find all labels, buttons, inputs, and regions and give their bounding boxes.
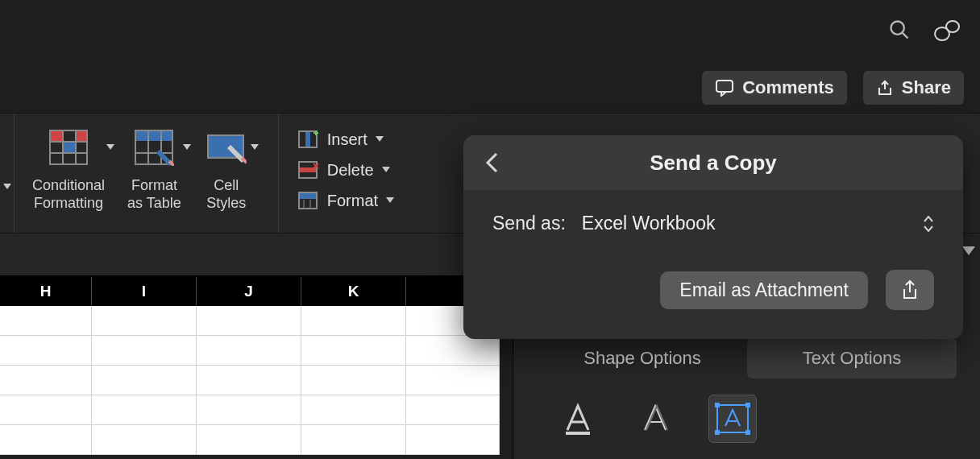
popover-header: Send a Copy: [463, 135, 963, 190]
textbox-icon[interactable]: [708, 395, 757, 443]
svg-rect-20: [305, 132, 310, 147]
delete-label: Delete: [327, 161, 374, 180]
cell-styles-button[interactable]: Cell Styles: [204, 125, 249, 233]
titlebar: [0, 0, 980, 61]
delete-icon: [297, 159, 319, 181]
table-row[interactable]: [0, 395, 500, 425]
format-as-table-dropdown[interactable]: [181, 125, 193, 170]
comments-button[interactable]: Comments: [702, 71, 847, 105]
table-row[interactable]: [0, 306, 500, 336]
share-label: Share: [902, 77, 951, 98]
table-row[interactable]: [0, 425, 500, 455]
format-button[interactable]: Format: [297, 189, 394, 212]
send-as-value: Excel Workbook: [582, 213, 716, 234]
column-header[interactable]: I: [92, 277, 197, 306]
svg-rect-30: [745, 403, 750, 407]
ribbon-group-cells: Insert Delete Format: [279, 114, 412, 233]
column-header-row: H I J K: [0, 277, 500, 306]
svg-rect-14: [136, 131, 172, 141]
svg-line-1: [903, 33, 907, 38]
svg-rect-4: [716, 81, 733, 92]
ribbon-edge-dropdown[interactable]: [0, 114, 15, 233]
chevron-down-icon: [386, 197, 394, 204]
svg-point-3: [946, 21, 959, 32]
conditional-formatting-label: Conditional Formatting: [32, 176, 105, 212]
action-bar: Comments Share: [702, 71, 964, 105]
email-attachment-button[interactable]: Email as Attachment: [660, 271, 868, 309]
svg-rect-12: [77, 131, 86, 141]
delete-button[interactable]: Delete: [297, 159, 394, 181]
search-icon[interactable]: [888, 19, 911, 41]
format-icon: [297, 189, 319, 212]
spreadsheet-area: H I J K: [0, 234, 500, 459]
format-label: Format: [327, 192, 378, 210]
send-copy-popover: Send a Copy Send as: Excel Workbook Emai…: [463, 135, 963, 339]
svg-rect-32: [745, 430, 750, 435]
svg-rect-11: [64, 143, 75, 152]
chevron-down-icon: [376, 136, 384, 143]
pane-dropdown-icon[interactable]: [962, 245, 975, 259]
text-effects-icon[interactable]: [631, 395, 679, 443]
tab-text-options[interactable]: Text Options: [747, 338, 957, 378]
svg-rect-24: [300, 193, 316, 199]
insert-button[interactable]: Insert: [297, 128, 394, 151]
send-as-row: Send as: Excel Workbook: [492, 213, 934, 234]
send-as-select[interactable]: Excel Workbook: [582, 213, 934, 234]
sheet-gutter: [0, 234, 500, 277]
svg-rect-10: [51, 131, 62, 141]
format-as-table-label: Format as Table: [127, 176, 181, 212]
conditional-formatting-button[interactable]: Conditional Formatting: [32, 125, 105, 233]
copilot-icon[interactable]: [933, 18, 961, 42]
ribbon-group-styles: Conditional Formatting: [15, 114, 279, 233]
cell-styles-label: Cell Styles: [206, 176, 246, 212]
back-button[interactable]: [484, 151, 499, 177]
column-header[interactable]: H: [0, 277, 92, 306]
send-as-label: Send as:: [492, 213, 566, 234]
tab-shape-options[interactable]: Shape Options: [538, 338, 747, 378]
format-as-table-button[interactable]: Format as Table: [127, 125, 181, 233]
svg-rect-31: [715, 430, 720, 435]
svg-point-0: [891, 22, 904, 35]
table-row[interactable]: [0, 336, 500, 366]
conditional-formatting-dropdown[interactable]: [105, 125, 116, 170]
chevron-down-icon: [382, 167, 390, 173]
column-header[interactable]: K: [301, 277, 406, 306]
svg-rect-29: [715, 403, 720, 407]
insert-icon: [297, 128, 319, 151]
share-more-button[interactable]: [886, 270, 934, 310]
updown-icon: [923, 215, 934, 233]
text-fill-icon[interactable]: [554, 395, 602, 443]
popover-title: Send a Copy: [463, 151, 963, 176]
comments-label: Comments: [742, 77, 834, 98]
column-header[interactable]: J: [197, 277, 301, 306]
insert-label: Insert: [327, 130, 368, 149]
cell-styles-dropdown[interactable]: [249, 125, 260, 170]
table-row[interactable]: [0, 366, 500, 395]
share-button[interactable]: Share: [863, 71, 964, 105]
